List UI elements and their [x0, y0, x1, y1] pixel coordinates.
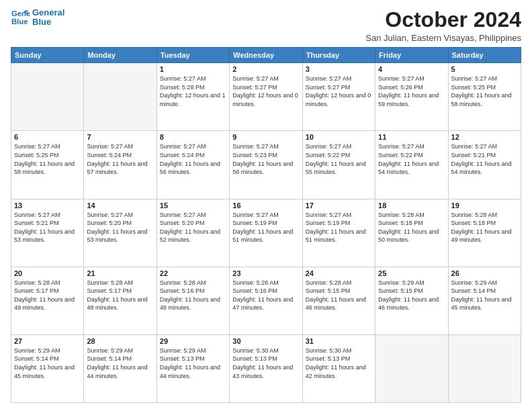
calendar-cell: 16Sunrise: 5:27 AM Sunset: 5:19 PM Dayli… — [230, 199, 302, 267]
day-info: Sunrise: 5:28 AM Sunset: 5:16 PM Dayligh… — [232, 279, 299, 312]
weekday-header-row: SundayMondayTuesdayWednesdayThursdayFrid… — [11, 48, 521, 63]
day-number: 16 — [232, 201, 299, 210]
calendar-cell: 5Sunrise: 5:27 AM Sunset: 5:25 PM Daylig… — [448, 63, 521, 131]
logo-blue: Blue — [32, 17, 64, 27]
day-number: 11 — [378, 133, 445, 141]
day-number: 28 — [87, 337, 153, 345]
day-info: Sunrise: 5:27 AM Sunset: 5:21 PM Dayligh… — [451, 142, 518, 176]
week-row-5: 27Sunrise: 5:29 AM Sunset: 5:14 PM Dayli… — [11, 334, 521, 402]
day-info: Sunrise: 5:29 AM Sunset: 5:14 PM Dayligh… — [14, 347, 81, 380]
day-number: 27 — [14, 337, 81, 345]
calendar-cell — [375, 334, 448, 402]
day-number: 22 — [160, 269, 226, 277]
calendar-cell: 20Sunrise: 5:28 AM Sunset: 5:17 PM Dayli… — [11, 267, 84, 334]
day-number: 2 — [232, 65, 299, 73]
day-info: Sunrise: 5:30 AM Sunset: 5:13 PM Dayligh… — [232, 347, 299, 380]
day-info: Sunrise: 5:27 AM Sunset: 5:24 PM Dayligh… — [87, 142, 153, 176]
weekday-friday: Friday — [375, 48, 448, 63]
calendar-cell: 24Sunrise: 5:28 AM Sunset: 5:15 PM Dayli… — [302, 267, 375, 334]
day-number: 13 — [14, 201, 81, 210]
header: General Blue General Blue October 2024 S… — [11, 8, 521, 43]
day-info: Sunrise: 5:27 AM Sunset: 5:25 PM Dayligh… — [451, 75, 518, 108]
calendar-cell: 10Sunrise: 5:27 AM Sunset: 5:22 PM Dayli… — [302, 131, 375, 199]
page: General Blue General Blue October 2024 S… — [0, 0, 532, 411]
day-number: 3 — [306, 65, 372, 73]
title-block: October 2024 San Julian, Eastern Visayas… — [365, 8, 521, 43]
day-number: 23 — [232, 269, 299, 277]
day-info: Sunrise: 5:29 AM Sunset: 5:13 PM Dayligh… — [160, 347, 226, 380]
day-number: 25 — [378, 269, 445, 277]
day-info: Sunrise: 5:27 AM Sunset: 5:28 PM Dayligh… — [160, 75, 226, 108]
day-info: Sunrise: 5:28 AM Sunset: 5:17 PM Dayligh… — [87, 279, 153, 312]
week-row-1: 1Sunrise: 5:27 AM Sunset: 5:28 PM Daylig… — [11, 63, 521, 131]
calendar-cell: 29Sunrise: 5:29 AM Sunset: 5:13 PM Dayli… — [157, 334, 229, 402]
month-title: October 2024 — [365, 8, 521, 32]
calendar-cell: 18Sunrise: 5:28 AM Sunset: 5:18 PM Dayli… — [375, 199, 448, 267]
calendar-cell: 14Sunrise: 5:27 AM Sunset: 5:20 PM Dayli… — [84, 199, 157, 267]
calendar-cell: 30Sunrise: 5:30 AM Sunset: 5:13 PM Dayli… — [230, 334, 302, 402]
day-number: 12 — [451, 133, 518, 141]
day-info: Sunrise: 5:27 AM Sunset: 5:19 PM Dayligh… — [306, 211, 372, 244]
day-info: Sunrise: 5:27 AM Sunset: 5:20 PM Dayligh… — [160, 211, 226, 244]
logo: General Blue General Blue — [11, 8, 64, 28]
location-subtitle: San Julian, Eastern Visayas, Philippines — [365, 33, 521, 43]
calendar-cell: 31Sunrise: 5:30 AM Sunset: 5:13 PM Dayli… — [302, 334, 375, 402]
calendar-cell — [11, 63, 84, 131]
day-info: Sunrise: 5:28 AM Sunset: 5:18 PM Dayligh… — [378, 211, 445, 244]
day-info: Sunrise: 5:27 AM Sunset: 5:20 PM Dayligh… — [87, 211, 153, 244]
calendar-table: SundayMondayTuesdayWednesdayThursdayFrid… — [11, 47, 521, 403]
day-number: 29 — [160, 337, 226, 345]
day-info: Sunrise: 5:27 AM Sunset: 5:22 PM Dayligh… — [378, 142, 445, 176]
day-info: Sunrise: 5:29 AM Sunset: 5:15 PM Dayligh… — [378, 279, 445, 312]
calendar-cell: 19Sunrise: 5:28 AM Sunset: 5:18 PM Dayli… — [448, 199, 521, 267]
day-number: 5 — [451, 65, 518, 73]
calendar-cell — [448, 334, 521, 402]
logo-icon: General Blue — [11, 8, 30, 27]
day-info: Sunrise: 5:30 AM Sunset: 5:13 PM Dayligh… — [306, 347, 372, 380]
calendar-cell: 3Sunrise: 5:27 AM Sunset: 5:27 PM Daylig… — [302, 63, 375, 131]
calendar-cell: 15Sunrise: 5:27 AM Sunset: 5:20 PM Dayli… — [157, 199, 229, 267]
day-info: Sunrise: 5:27 AM Sunset: 5:27 PM Dayligh… — [306, 75, 372, 108]
logo-general: General — [32, 8, 64, 17]
day-info: Sunrise: 5:27 AM Sunset: 5:19 PM Dayligh… — [232, 211, 299, 244]
day-info: Sunrise: 5:27 AM Sunset: 5:26 PM Dayligh… — [378, 75, 445, 108]
day-info: Sunrise: 5:29 AM Sunset: 5:14 PM Dayligh… — [87, 347, 153, 380]
weekday-tuesday: Tuesday — [157, 48, 229, 63]
week-row-4: 20Sunrise: 5:28 AM Sunset: 5:17 PM Dayli… — [11, 267, 521, 334]
calendar-cell: 4Sunrise: 5:27 AM Sunset: 5:26 PM Daylig… — [375, 63, 448, 131]
day-number: 19 — [451, 201, 518, 210]
day-info: Sunrise: 5:27 AM Sunset: 5:25 PM Dayligh… — [14, 142, 81, 176]
day-number: 30 — [232, 337, 299, 345]
calendar-cell: 12Sunrise: 5:27 AM Sunset: 5:21 PM Dayli… — [448, 131, 521, 199]
day-number: 18 — [378, 201, 445, 210]
weekday-saturday: Saturday — [448, 48, 521, 63]
weekday-sunday: Sunday — [11, 48, 84, 63]
day-number: 14 — [87, 201, 153, 210]
calendar-cell: 11Sunrise: 5:27 AM Sunset: 5:22 PM Dayli… — [375, 131, 448, 199]
day-info: Sunrise: 5:27 AM Sunset: 5:21 PM Dayligh… — [14, 211, 81, 244]
day-info: Sunrise: 5:28 AM Sunset: 5:15 PM Dayligh… — [306, 279, 372, 312]
day-info: Sunrise: 5:28 AM Sunset: 5:18 PM Dayligh… — [451, 211, 518, 244]
day-number: 15 — [160, 201, 226, 210]
day-info: Sunrise: 5:27 AM Sunset: 5:23 PM Dayligh… — [232, 142, 299, 176]
calendar-cell: 13Sunrise: 5:27 AM Sunset: 5:21 PM Dayli… — [11, 199, 84, 267]
calendar-cell: 22Sunrise: 5:28 AM Sunset: 5:16 PM Dayli… — [157, 267, 229, 334]
calendar-cell: 2Sunrise: 5:27 AM Sunset: 5:27 PM Daylig… — [230, 63, 302, 131]
calendar-cell: 6Sunrise: 5:27 AM Sunset: 5:25 PM Daylig… — [11, 131, 84, 199]
calendar-cell: 1Sunrise: 5:27 AM Sunset: 5:28 PM Daylig… — [157, 63, 229, 131]
day-number: 21 — [87, 269, 153, 277]
day-number: 9 — [232, 133, 299, 141]
day-number: 26 — [451, 269, 518, 277]
calendar-cell: 23Sunrise: 5:28 AM Sunset: 5:16 PM Dayli… — [230, 267, 302, 334]
day-number: 20 — [14, 269, 81, 277]
day-number: 17 — [306, 201, 372, 210]
calendar-cell: 7Sunrise: 5:27 AM Sunset: 5:24 PM Daylig… — [84, 131, 157, 199]
day-info: Sunrise: 5:28 AM Sunset: 5:16 PM Dayligh… — [160, 279, 226, 312]
week-row-2: 6Sunrise: 5:27 AM Sunset: 5:25 PM Daylig… — [11, 131, 521, 199]
weekday-monday: Monday — [84, 48, 157, 63]
calendar-cell — [84, 63, 157, 131]
day-number: 7 — [87, 133, 153, 141]
calendar-cell: 27Sunrise: 5:29 AM Sunset: 5:14 PM Dayli… — [11, 334, 84, 402]
day-number: 1 — [160, 65, 226, 73]
day-number: 10 — [306, 133, 372, 141]
